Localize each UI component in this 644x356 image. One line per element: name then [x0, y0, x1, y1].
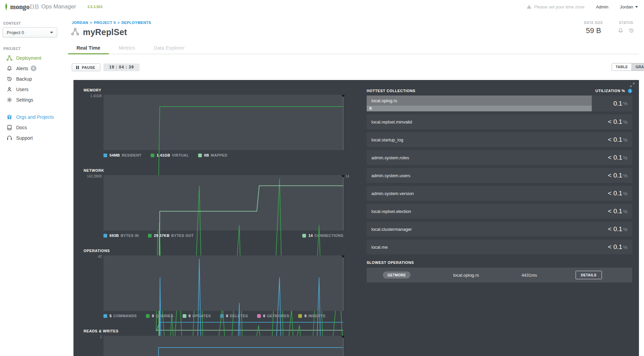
project-nav: Deployment Alerts 0 Backup Users Setting… [0, 53, 69, 105]
collection-row[interactable]: local.clustermanager< 0.1% [367, 222, 632, 237]
header-actions: Please set your time zone Admin Jordan [526, 4, 638, 9]
tab-real-time[interactable]: Real Time [68, 43, 109, 54]
collection-row[interactable]: admin.system.users< 0.1% [367, 168, 632, 183]
collection-row-main: local.replset.election [367, 204, 592, 219]
version-label: 3.5.3.503 [88, 5, 102, 9]
secondary-nav: Orgs and Projects Docs Support [0, 112, 69, 143]
y-axis-right-label: 14 [345, 174, 349, 178]
info-icon[interactable]: i [628, 89, 632, 93]
breadcrumb-deployments[interactable]: DEPLOYMENTS [121, 21, 151, 25]
sidebar-item-settings[interactable]: Settings [0, 94, 69, 105]
tab-data-explorer[interactable]: Data Explorer [145, 43, 193, 54]
admin-link[interactable]: Admin [596, 4, 608, 9]
slowest-operations: SLOWEST OPERATIONS GETMORE local.oplog.r… [367, 261, 632, 282]
operations-plot [103, 255, 343, 311]
context-select[interactable]: Project 0 [3, 27, 57, 37]
replica-set-icon [6, 55, 13, 61]
sidebar-item-label: Docs [16, 125, 27, 130]
sidebar-item-label: Orgs and Projects [16, 114, 54, 120]
series-line [156, 348, 343, 356]
sidebar-item-support[interactable]: Support [0, 133, 69, 143]
history-icon [6, 76, 13, 82]
details-button[interactable]: DETAILS [576, 271, 602, 279]
warning-icon [526, 4, 532, 9]
collection-row[interactable]: local.replset.minvalid< 0.1% [367, 114, 632, 129]
collection-row-main: local.oplog.rsR [367, 95, 592, 111]
breadcrumb-jordan[interactable]: JORDAN [72, 21, 88, 25]
brand-mongo: mongo [10, 3, 30, 11]
ops-manager-app: mongoDB Ops Manager 3.5.3.503 Please set… [0, 0, 644, 356]
status: STATUS [618, 21, 634, 35]
sidebar-item-label: Users [16, 87, 29, 92]
timezone-warning-text: Please set your time zone [534, 4, 585, 9]
gift-icon [6, 114, 13, 120]
sidebar: CONTEXT Project 0 PROJECT Deployment Ale… [0, 13, 69, 143]
sidebar-item-users[interactable]: Users [0, 84, 69, 94]
tabs: Real Time Metrics Data Explorer [68, 43, 195, 54]
tab-metrics[interactable]: Metrics [111, 43, 144, 54]
utilization-value: < 0.1% [592, 204, 632, 219]
operation-namespace: local.oplog.rs [426, 273, 507, 278]
brand-db: DB [30, 3, 39, 11]
collection-row-main: local.startup_log [367, 132, 592, 147]
utilization-value: 0.1% [592, 95, 632, 111]
chart-title: READS & WRITES [84, 329, 350, 334]
pause-button[interactable]: PAUSE [72, 63, 100, 71]
title-row: myReplSet [71, 27, 127, 37]
sidebar-item-deployment[interactable]: Deployment [0, 53, 69, 63]
product-name: Ops Manager [41, 3, 76, 10]
sidebar-item-alerts[interactable]: Alerts 0 [0, 63, 69, 74]
utilization-value: < 0.1% [592, 150, 632, 165]
collection-row[interactable]: admin.system.roles< 0.1% [367, 150, 632, 165]
data-size-value: 59 B [584, 26, 603, 35]
collection-row[interactable]: admin.system.version< 0.1% [367, 186, 632, 201]
utilization-value: < 0.1% [592, 222, 632, 237]
collection-row[interactable]: local.me< 0.1% [367, 240, 632, 254]
collection-row[interactable]: local.replset.election< 0.1% [367, 204, 632, 219]
user-name: Jordan [620, 4, 633, 9]
breadcrumb-project[interactable]: PROJECT 0 [94, 21, 116, 25]
utilization-header: UTILIZATION % i [595, 89, 632, 93]
collection-name: local.startup_log [371, 137, 403, 142]
graph-view-button[interactable]: GRAPH [632, 63, 644, 71]
collection-row[interactable]: local.startup_log< 0.1% [367, 132, 632, 147]
context-label: CONTEXT [3, 22, 69, 25]
slow-operation-row: GETMORE local.oplog.rs 4431ms DETAILS [367, 268, 632, 282]
reads-writes-plot [103, 336, 343, 356]
collection-name: admin.system.users [371, 173, 410, 178]
table-view-button[interactable]: TABLE [612, 63, 632, 71]
collection-name: admin.system.version [371, 191, 414, 196]
hottest-collections-header: HOTTEST COLLECTIONS UTILIZATION % i [367, 88, 632, 93]
collection-name: local.replset.election [371, 209, 411, 214]
backup-status-icon[interactable] [628, 28, 634, 35]
page-title: myReplSet [83, 27, 127, 37]
user-menu[interactable]: Jordan [620, 4, 638, 9]
sidebar-item-orgs-and-projects[interactable]: Orgs and Projects [0, 112, 69, 122]
alerts-bell-icon[interactable] [618, 28, 623, 35]
current-time-marker [341, 255, 345, 258]
sidebar-item-label: Backup [16, 76, 32, 82]
collection-row-main: local.replset.minvalid [367, 114, 592, 129]
pause-icon [76, 66, 79, 69]
current-time-marker [341, 175, 345, 177]
timezone-warning[interactable]: Please set your time zone [526, 4, 585, 9]
utilization-value: < 0.1% [592, 114, 632, 129]
project-label: PROJECT [3, 47, 69, 51]
app-header: mongoDB Ops Manager 3.5.3.503 Please set… [0, 0, 644, 13]
utilization-value: < 0.1% [592, 186, 632, 201]
collection-name: local.me [371, 245, 388, 250]
realtime-panel: MEMORY 1.41GB 54MBRESIDENT1.41GBVIRTUAL0… [73, 80, 639, 356]
collection-row-main: admin.system.users [367, 168, 592, 183]
context-select-value: Project 0 [7, 30, 24, 35]
user-icon [6, 86, 13, 93]
sidebar-item-backup[interactable]: Backup [0, 74, 69, 84]
headset-icon [6, 135, 13, 141]
collection-row-main: admin.system.version [367, 186, 592, 201]
gear-icon [6, 97, 13, 103]
book-icon [6, 124, 13, 131]
chevron-down-icon [50, 32, 53, 33]
chevron-down-icon [635, 6, 638, 8]
collection-row[interactable]: local.oplog.rsR0.1% [367, 95, 632, 111]
utilization-value: < 0.1% [592, 240, 632, 254]
sidebar-item-docs[interactable]: Docs [0, 122, 69, 133]
